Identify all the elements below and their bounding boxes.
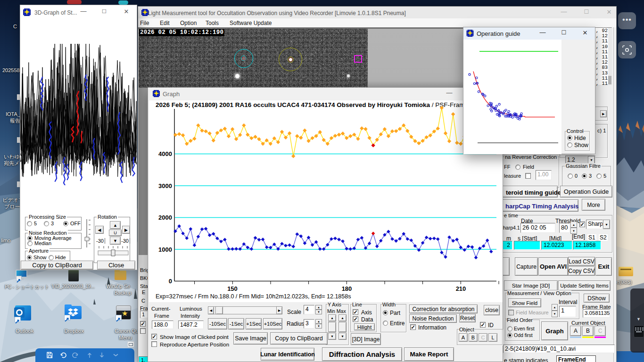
svg-text:180: 180 (342, 285, 352, 292)
svg-text:2000: 2000 (158, 214, 172, 221)
svg-text:Exp=327msec / Frm No.188.0 / F: Exp=327msec / Frm No.188.0 / Frm Mid= 10… (156, 293, 351, 300)
svg-text:4000: 4000 (158, 150, 172, 157)
svg-text:150: 150 (227, 285, 238, 292)
svg-text:2026 Feb 5; (241809) 2001 RA16: 2026 Feb 5; (241809) 2001 RA16 occults U… (156, 101, 503, 108)
svg-text:0: 0 (169, 278, 172, 285)
svg-text:1000: 1000 (158, 246, 172, 253)
svg-text:3000: 3000 (158, 182, 172, 189)
svg-text:210: 210 (456, 285, 466, 292)
